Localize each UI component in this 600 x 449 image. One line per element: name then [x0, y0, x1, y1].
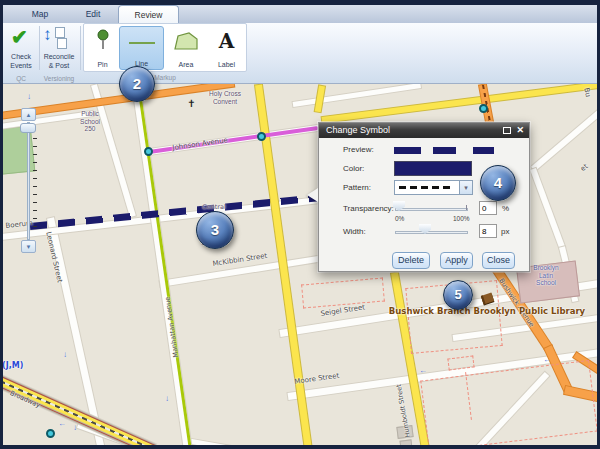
area-icon — [173, 31, 199, 51]
line-button[interactable]: Line — [119, 26, 164, 70]
transparency-unit: % — [502, 204, 509, 213]
area-label: Area — [165, 61, 207, 68]
markup-panel: Pin Line Area A Label — [83, 23, 247, 72]
ribbon-tab-strip: Map Edit Review — [3, 5, 597, 23]
callout-badge-2: 2 — [119, 66, 155, 102]
poi-line: School — [72, 118, 108, 126]
apply-button[interactable]: Apply — [440, 252, 473, 269]
vertex-dot[interactable] — [257, 132, 266, 141]
transparency-max: 100% — [453, 215, 470, 222]
transparency-slider-track[interactable] — [395, 208, 468, 211]
group-label-markup: Markup — [83, 74, 247, 81]
dialog-callout-pointer — [307, 188, 318, 202]
preview-dash — [473, 147, 494, 154]
street — [293, 84, 421, 107]
callout-badge-3: 3 — [196, 211, 234, 249]
width-label: Width: — [343, 227, 366, 236]
width-unit: px — [501, 227, 509, 236]
oneway-arrow-icon: ← — [58, 419, 66, 428]
street — [530, 168, 565, 249]
zoom-slider-track[interactable] — [27, 122, 30, 240]
church-cross-icon: ✝ — [187, 98, 195, 109]
poi-holy-cross: Holy Cross Convent — [196, 90, 254, 105]
callout-badge-5: 5 — [443, 280, 473, 310]
width-input[interactable]: 8 — [479, 224, 497, 238]
tab-review[interactable]: Review — [118, 5, 179, 23]
maximize-icon[interactable] — [503, 127, 511, 134]
oneway-arrow-icon: ← — [419, 366, 427, 375]
slider-end-tick — [466, 205, 467, 210]
zoom-in-button[interactable]: ▲ — [21, 108, 36, 121]
oneway-arrow-icon: ↓ — [73, 423, 77, 432]
delete-button[interactable]: Delete — [392, 252, 430, 269]
reconcile-arrow-icon: ↕ — [43, 25, 52, 45]
dialog-titlebar[interactable]: Change Symbol — [319, 123, 529, 138]
vertex-dot[interactable] — [144, 147, 153, 156]
line-icon — [129, 42, 155, 44]
preview-label: Preview: — [343, 145, 374, 154]
building — [399, 439, 412, 445]
label-a-icon: A — [208, 29, 245, 53]
poi-line: Holy Cross — [196, 90, 254, 98]
pattern-label: Pattern: — [343, 183, 371, 192]
transparency-label: Transparency: — [343, 204, 394, 213]
tab-map[interactable]: Map — [25, 5, 55, 23]
street-manhattan — [132, 84, 192, 445]
color-label: Color: — [343, 164, 364, 173]
callout-badge-4: 4 — [480, 165, 516, 201]
pin-icon — [95, 29, 111, 53]
zoom-slider-ticks — [33, 138, 37, 234]
pin-button[interactable]: Pin — [87, 26, 118, 70]
zoom-slider-thumb[interactable] — [20, 123, 36, 133]
rail-edge — [3, 376, 156, 445]
street-label-fragment: Bu — [582, 87, 592, 98]
tab-edit[interactable]: Edit — [78, 5, 108, 23]
poi-line: Brooklyn — [524, 264, 568, 272]
poi-latin-school: Brooklyn Latin School — [524, 264, 568, 287]
color-swatch[interactable] — [394, 161, 472, 176]
poi-line: 250 — [72, 125, 108, 133]
pattern-sample — [399, 186, 454, 189]
check-events-button-line2[interactable]: Events — [4, 62, 38, 69]
vertex-dot[interactable] — [46, 429, 55, 438]
check-icon: ✔ — [11, 25, 28, 49]
dropdown-arrow-icon[interactable]: ▾ — [459, 181, 472, 194]
transparency-min: 0% — [395, 215, 404, 222]
label-button[interactable]: A Label — [208, 26, 245, 70]
group-divider — [80, 26, 81, 70]
street-broadway — [3, 376, 156, 445]
route-stripe — [137, 84, 192, 445]
boundary-dashed — [301, 277, 385, 308]
reconcile-post-button[interactable]: Reconcile — [39, 53, 79, 60]
poi-line: Latin — [524, 272, 568, 280]
pin-label: Pin — [87, 61, 118, 68]
poi-line: Public — [72, 110, 108, 118]
app-window: Map Edit Review ✔ Check Events QC ↕ Reco… — [0, 0, 600, 449]
vertex-dot[interactable] — [479, 104, 488, 113]
pattern-dropdown[interactable]: ▾ — [394, 180, 473, 195]
area-button[interactable]: Area — [165, 26, 207, 70]
poi-ps250: Public School 250 — [72, 110, 108, 133]
reconcile-post-button-line2[interactable]: & Post — [39, 62, 79, 69]
preview-dash — [433, 147, 456, 154]
oneway-arrow-icon: ← — [543, 355, 551, 364]
check-events-button[interactable]: Check — [4, 53, 38, 60]
preview-dash — [394, 147, 421, 154]
street — [531, 109, 597, 171]
transparency-input[interactable]: 0 — [479, 201, 497, 215]
street-label-johnson: Johnson Avenue — [172, 136, 228, 152]
width-slider-track[interactable] — [395, 231, 468, 234]
close-icon[interactable]: ✕ — [516, 125, 524, 135]
oneway-arrow-icon: ↓ — [63, 350, 67, 359]
close-button[interactable]: Close — [482, 252, 515, 269]
document-icon — [57, 38, 67, 49]
poi-library: Bushwick Branch Brooklyn Public Library — [352, 308, 597, 316]
subway-label: (J,M) — [3, 362, 36, 370]
zoom-out-button[interactable]: ▼ — [21, 240, 36, 253]
document-icon — [55, 27, 65, 38]
label-label: Label — [208, 61, 245, 68]
oneway-arrow-icon: ↓ — [165, 394, 169, 403]
oneway-arrow-icon: ↓ — [27, 92, 31, 101]
group-label-versioning: Versioning — [33, 75, 85, 82]
street — [322, 84, 597, 122]
